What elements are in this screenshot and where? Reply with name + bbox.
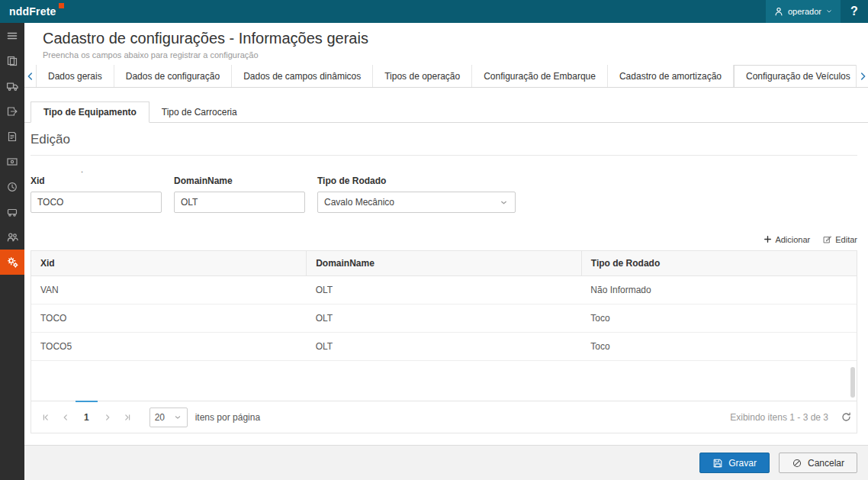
tab-cadastro-de-amortizacao[interactable]: Cadastro de amortização bbox=[608, 65, 734, 87]
domainname-input[interactable] bbox=[174, 192, 305, 213]
cell-xid: VAN bbox=[31, 276, 307, 304]
tab-dados-de-configuracao[interactable]: Dados de configuração bbox=[114, 65, 232, 87]
cell-domainname: OLT bbox=[307, 276, 582, 304]
sidebar-item-copy[interactable] bbox=[0, 48, 24, 73]
tab-dados-gerais[interactable]: Dados gerais bbox=[37, 65, 114, 87]
app-logo: nddFrete bbox=[9, 5, 64, 18]
sidebar-item-document[interactable] bbox=[0, 124, 24, 149]
prev-page-icon bbox=[60, 412, 71, 423]
edit-form: . Xid DomainName Tipo de Rodado Cavalo M… bbox=[31, 176, 857, 213]
add-label: Adicionar bbox=[775, 235, 810, 244]
subtab-tipo-de-carroceria[interactable]: Tipo de Carroceria bbox=[149, 101, 249, 122]
chevron-down-icon bbox=[499, 198, 509, 208]
pager-first-button[interactable] bbox=[36, 401, 56, 433]
user-menu[interactable]: operador bbox=[766, 0, 841, 23]
main-tabs: Dados gerais Dados de configuração Dados… bbox=[37, 65, 856, 87]
pager-next-button[interactable] bbox=[98, 401, 117, 433]
grid-toolbar: Adicionar Editar bbox=[31, 234, 857, 244]
stray-dot: . bbox=[81, 165, 83, 174]
field-domainname: DomainName bbox=[174, 176, 305, 213]
table-row[interactable]: TOCO5 OLT Toco bbox=[31, 333, 857, 361]
add-button[interactable]: Adicionar bbox=[764, 235, 810, 244]
tab-configuracao-de-veiculos[interactable]: Configuração de Veículos bbox=[734, 65, 856, 87]
tab-configuracao-de-embarque[interactable]: Configuração de Embarque bbox=[472, 65, 608, 87]
xid-input[interactable] bbox=[31, 192, 162, 213]
chevron-down-icon bbox=[825, 8, 833, 15]
next-page-icon bbox=[102, 412, 113, 423]
billing-clock-icon bbox=[6, 181, 18, 193]
cancel-icon bbox=[792, 458, 802, 469]
cell-tipo-de-rodado: Toco bbox=[581, 304, 857, 333]
tabs-scroll-right-button[interactable] bbox=[856, 65, 868, 87]
grid-header-row: Xid DomainName Tipo de Rodado bbox=[31, 251, 857, 276]
last-page-icon bbox=[122, 412, 133, 423]
edit-button[interactable]: Editar bbox=[822, 234, 857, 244]
tipo-de-rodado-label: Tipo de Rodado bbox=[317, 176, 516, 186]
subtab-tipo-de-equipamento[interactable]: Tipo de Equipamento bbox=[31, 101, 149, 123]
sidebar bbox=[0, 23, 24, 480]
page-size-value: 20 bbox=[155, 412, 165, 423]
cell-domainname: OLT bbox=[307, 304, 582, 333]
section-title: Edição bbox=[31, 123, 857, 156]
table-row[interactable]: TOCO OLT Toco bbox=[31, 304, 857, 333]
sidebar-item-settings[interactable] bbox=[0, 250, 24, 275]
domainname-label: DomainName bbox=[174, 176, 305, 186]
main-tabstrip: Dados gerais Dados de configuração Dados… bbox=[24, 65, 868, 88]
column-header-tipo-de-rodado[interactable]: Tipo de Rodado bbox=[581, 251, 857, 276]
field-xid: Xid bbox=[31, 176, 162, 213]
tab-dados-de-campos-dinamicos[interactable]: Dados de campos dinâmicos bbox=[232, 65, 373, 87]
truck-icon bbox=[6, 79, 19, 92]
sidebar-item-vehicle[interactable] bbox=[0, 199, 24, 224]
menu-icon bbox=[6, 30, 18, 42]
cell-tipo-de-rodado: Não Informado bbox=[581, 276, 857, 304]
save-button[interactable]: Gravar bbox=[699, 453, 770, 473]
document-icon bbox=[6, 130, 18, 143]
chevron-down-icon bbox=[173, 413, 182, 422]
cell-xid: TOCO bbox=[31, 304, 307, 333]
table-row[interactable]: VAN OLT Não Informado bbox=[31, 276, 857, 304]
chevron-left-icon bbox=[25, 71, 36, 82]
sidebar-item-menu[interactable] bbox=[0, 23, 24, 48]
cell-tipo-de-rodado: Toco bbox=[581, 333, 857, 361]
main-content: Cadastro de configurações - Informações … bbox=[24, 23, 868, 480]
grid-scrollbar[interactable] bbox=[850, 367, 855, 398]
tab-tipos-de-operacao[interactable]: Tipos de operação bbox=[373, 65, 472, 87]
logo-flag-icon bbox=[59, 3, 64, 8]
plus-icon bbox=[764, 235, 772, 243]
cancel-button[interactable]: Cancelar bbox=[779, 453, 857, 473]
grid-empty-area bbox=[31, 361, 857, 401]
pager-prev-button[interactable] bbox=[56, 401, 76, 433]
copy-icon bbox=[6, 55, 18, 67]
pager-last-button[interactable] bbox=[117, 401, 137, 433]
spacer bbox=[24, 88, 868, 101]
cell-xid: TOCO5 bbox=[31, 333, 307, 361]
tipo-de-rodado-value: Cavalo Mecânico bbox=[324, 197, 394, 208]
column-header-domainname[interactable]: DomainName bbox=[307, 251, 582, 276]
help-button[interactable]: ? bbox=[841, 0, 868, 23]
pager-current-page[interactable]: 1 bbox=[76, 401, 98, 433]
refresh-icon[interactable] bbox=[841, 411, 852, 423]
edit-pencil-icon bbox=[822, 234, 832, 244]
users-icon bbox=[6, 230, 19, 243]
tabs-scroll-left-button[interactable] bbox=[24, 65, 37, 87]
export-icon bbox=[6, 105, 18, 118]
sidebar-item-invoice[interactable] bbox=[0, 149, 24, 174]
save-label: Gravar bbox=[728, 458, 757, 469]
pager: 1 20 itens por página Exibindo itens 1 -… bbox=[31, 401, 857, 433]
sidebar-item-export[interactable] bbox=[0, 98, 24, 124]
sidebar-item-users[interactable] bbox=[0, 224, 24, 250]
user-name: operador bbox=[788, 7, 821, 16]
save-floppy-icon bbox=[712, 458, 723, 469]
data-grid: Xid DomainName Tipo de Rodado VAN OLT Nã… bbox=[31, 250, 857, 433]
tipo-de-rodado-select[interactable]: Cavalo Mecânico bbox=[317, 192, 516, 213]
pager-status: Exibindo itens 1 - 3 de 3 bbox=[730, 412, 828, 423]
items-per-page-label: itens por página bbox=[195, 412, 260, 423]
page-size-select[interactable]: 20 bbox=[149, 408, 188, 427]
page-title: Cadastro de configurações - Informações … bbox=[43, 30, 868, 47]
action-footer: Gravar Cancelar bbox=[24, 445, 868, 480]
sidebar-item-billing[interactable] bbox=[0, 174, 24, 199]
page-header: Cadastro de configurações - Informações … bbox=[24, 23, 868, 65]
sidebar-item-truck[interactable] bbox=[0, 73, 24, 98]
chevron-right-icon bbox=[857, 71, 868, 82]
column-header-xid[interactable]: Xid bbox=[31, 251, 307, 276]
